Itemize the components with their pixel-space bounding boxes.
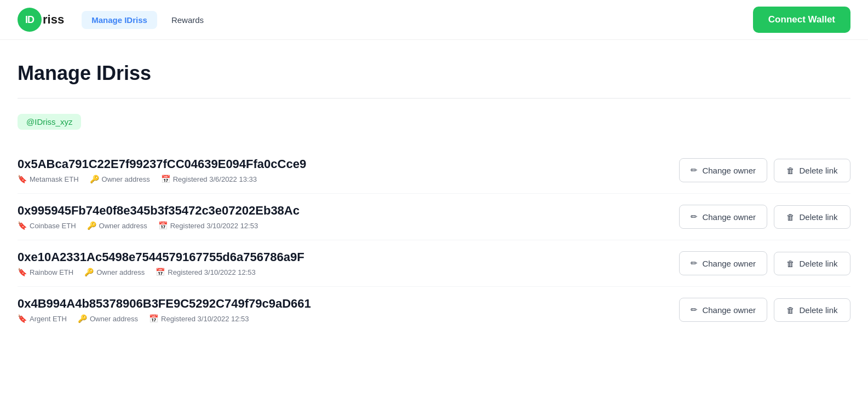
entry-left: 0xe10A2331Ac5498e7544579167755d6a756786a…	[18, 250, 662, 276]
wallet-address: 0x995945Fb74e0f8e345b3f35472c3e07202Eb38…	[18, 204, 662, 218]
entry-actions: ✏ Change owner 🗑 Delete link	[679, 205, 850, 229]
entry-left: 0x4B994A4b85378906B3FE9C5292C749f79c9aD6…	[18, 297, 662, 323]
change-owner-button[interactable]: ✏ Change owner	[679, 158, 767, 182]
table-row: 0x995945Fb74e0f8e345b3f35472c3e07202Eb38…	[18, 194, 850, 240]
table-row: 0x5ABca791C22E7f99237fCC04639E094Ffa0cCc…	[18, 147, 850, 194]
key-icon: 🔑	[78, 314, 87, 323]
calendar-icon: 📅	[161, 175, 170, 183]
identity-tag[interactable]: @IDriss_xyz	[18, 114, 81, 130]
entry-meta: 🔖 Rainbow ETH 🔑 Owner address 📅 Register…	[18, 268, 662, 276]
wallet-type: 🔖 Coinbase ETH	[18, 221, 76, 230]
wallet-address: 0x5ABca791C22E7f99237fCC04639E094Ffa0cCc…	[18, 157, 662, 171]
wallet-type: 🔖 Rainbow ETH	[18, 268, 73, 276]
address-type: 🔑 Owner address	[87, 221, 147, 230]
wallet-address: 0xe10A2331Ac5498e7544579167755d6a756786a…	[18, 250, 662, 264]
pencil-icon: ✏	[691, 305, 698, 315]
main-nav: Manage IDriss Rewards	[82, 11, 214, 29]
bookmark-icon: 🔖	[18, 221, 27, 230]
entry-actions: ✏ Change owner 🗑 Delete link	[679, 251, 850, 275]
address-type: 🔑 Owner address	[84, 268, 145, 276]
pencil-icon: ✏	[691, 258, 698, 268]
delete-link-button[interactable]: 🗑 Delete link	[774, 252, 850, 275]
key-icon: 🔑	[90, 175, 99, 183]
change-owner-button[interactable]: ✏ Change owner	[679, 251, 767, 275]
wallet-address: 0x4B994A4b85378906B3FE9C5292C749f79c9aD6…	[18, 297, 662, 311]
entry-actions: ✏ Change owner 🗑 Delete link	[679, 158, 850, 182]
delete-link-button[interactable]: 🗑 Delete link	[774, 298, 850, 322]
logo-icon: ID	[18, 8, 42, 32]
header: ID riss Manage IDriss Rewards Connect Wa…	[0, 0, 868, 40]
entry-actions: ✏ Change owner 🗑 Delete link	[679, 298, 850, 322]
entry-meta: 🔖 Argent ETH 🔑 Owner address 📅 Registere…	[18, 314, 662, 323]
key-icon: 🔑	[87, 221, 96, 230]
trash-icon: 🗑	[786, 166, 795, 175]
trash-icon: 🗑	[786, 212, 795, 222]
connect-wallet-button[interactable]: Connect Wallet	[753, 7, 850, 33]
registered-date: 📅 Registered 3/10/2022 12:53	[156, 268, 255, 276]
wallet-type: 🔖 Metamask ETH	[18, 175, 79, 183]
delete-link-button[interactable]: 🗑 Delete link	[774, 205, 850, 229]
main-content: Manage IDriss @IDriss_xyz 0x5ABca791C22E…	[0, 40, 868, 355]
divider	[18, 98, 850, 99]
table-row: 0x4B994A4b85378906B3FE9C5292C749f79c9aD6…	[18, 287, 850, 333]
registered-date: 📅 Registered 3/10/2022 12:53	[158, 221, 258, 230]
pencil-icon: ✏	[691, 212, 698, 222]
entry-left: 0x5ABca791C22E7f99237fCC04639E094Ffa0cCc…	[18, 157, 662, 183]
logo-text: riss	[43, 13, 64, 27]
pencil-icon: ✏	[691, 165, 698, 175]
bookmark-icon: 🔖	[18, 268, 27, 276]
change-owner-button[interactable]: ✏ Change owner	[679, 298, 767, 322]
page-title: Manage IDriss	[18, 62, 850, 85]
entries-list: 0x5ABca791C22E7f99237fCC04639E094Ffa0cCc…	[18, 147, 850, 333]
registered-date: 📅 Registered 3/6/2022 13:33	[161, 175, 257, 183]
calendar-icon: 📅	[156, 268, 165, 276]
nav-item-manage-idriss[interactable]: Manage IDriss	[82, 11, 157, 29]
bookmark-icon: 🔖	[18, 314, 27, 323]
delete-link-button[interactable]: 🗑 Delete link	[774, 159, 850, 182]
nav-item-rewards[interactable]: Rewards	[162, 11, 214, 29]
calendar-icon: 📅	[149, 314, 158, 323]
wallet-type: 🔖 Argent ETH	[18, 314, 67, 323]
entry-meta: 🔖 Metamask ETH 🔑 Owner address 📅 Registe…	[18, 175, 662, 183]
logo: ID riss	[18, 8, 64, 32]
entry-left: 0x995945Fb74e0f8e345b3f35472c3e07202Eb38…	[18, 204, 662, 230]
table-row: 0xe10A2331Ac5498e7544579167755d6a756786a…	[18, 240, 850, 287]
address-type: 🔑 Owner address	[78, 314, 138, 323]
registered-date: 📅 Registered 3/10/2022 12:53	[149, 314, 249, 323]
entry-meta: 🔖 Coinbase ETH 🔑 Owner address 📅 Registe…	[18, 221, 662, 230]
trash-icon: 🗑	[786, 305, 795, 315]
address-type: 🔑 Owner address	[90, 175, 150, 183]
bookmark-icon: 🔖	[18, 175, 27, 183]
key-icon: 🔑	[84, 268, 94, 276]
change-owner-button[interactable]: ✏ Change owner	[679, 205, 767, 229]
trash-icon: 🗑	[786, 259, 795, 268]
calendar-icon: 📅	[158, 221, 168, 230]
